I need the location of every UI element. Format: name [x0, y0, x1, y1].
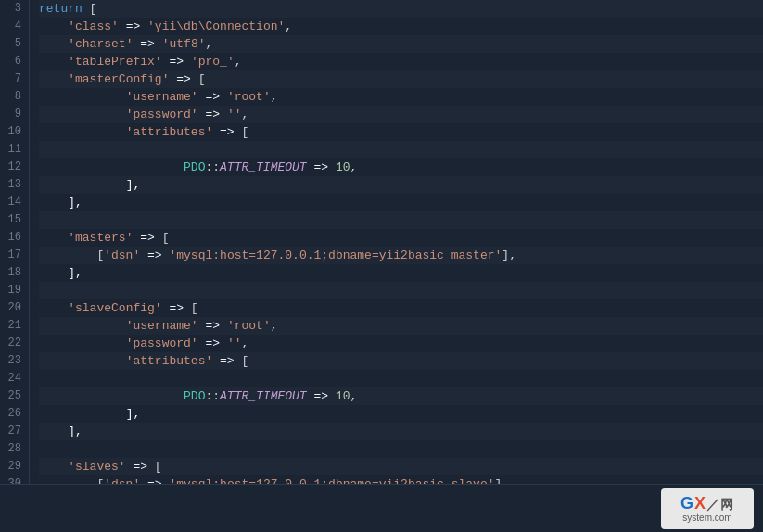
code-line: PDO::ATTR_TIMEOUT => 10, [39, 387, 763, 405]
token-kw-string: 'class' [68, 18, 119, 35]
logo-top: GX／网 [680, 495, 734, 512]
token-kw-plain: , [285, 18, 292, 35]
code-line: ], [39, 264, 763, 282]
token-kw-plain [140, 247, 147, 264]
code-line: 'slaves' => [ [39, 458, 763, 475]
token-kw-plain [39, 423, 68, 440]
token-kw-string: 'username' [126, 317, 198, 335]
token-kw-plain [39, 387, 184, 405]
token-kw-arrow: => [205, 106, 220, 123]
token-kw-plain [39, 123, 126, 141]
token-kw-plain: [ [191, 70, 206, 88]
token-kw-plain [198, 317, 206, 335]
token-kw-string: 'attributes' [126, 123, 213, 141]
line-number: 12 [7, 158, 21, 176]
token-kw-arrow: => [126, 18, 141, 35]
token-kw-arrow: => [205, 88, 220, 106]
line-number: 11 [7, 141, 21, 158]
token-kw-plain: , [350, 387, 358, 405]
token-kw-pdo: PDO [184, 158, 205, 176]
line-numbers: 3456789101112131415161718192021222324252… [0, 0, 30, 484]
token-kw-string: 'slaves' [68, 458, 125, 475]
line-number: 9 [7, 106, 21, 123]
code-line [39, 282, 763, 299]
line-number: 30 [7, 475, 21, 484]
code-line: 'username' => 'root', [39, 317, 763, 335]
token-kw-plain [39, 88, 126, 106]
token-kw-arrow: => [133, 458, 147, 475]
line-number: 29 [7, 458, 21, 475]
token-kw-plain [184, 53, 191, 70]
token-kw-string: 'yii\db\Connection' [147, 18, 285, 35]
token-kw-plain [39, 458, 68, 475]
code-line [39, 440, 763, 458]
token-kw-plain: , [350, 158, 358, 176]
token-kw-plain [162, 475, 170, 484]
token-kw-string: 'password' [126, 106, 198, 123]
token-kw-plain [140, 475, 147, 484]
token-kw-number: 10 [336, 158, 350, 176]
token-kw-plain [39, 18, 68, 35]
line-number: 19 [7, 282, 21, 299]
token-kw-plain: , [271, 317, 278, 335]
token-kw-plain: ], [495, 475, 510, 484]
token-kw-plain: [ [235, 352, 249, 370]
token-kw-pdo-const: ATTR_TIMEOUT [220, 387, 307, 405]
token-kw-plain [328, 387, 336, 405]
line-number: 20 [7, 299, 21, 317]
token-kw-bracket: ], [126, 176, 141, 194]
token-kw-arrow: => [169, 299, 184, 317]
token-kw-plain [162, 247, 170, 264]
token-kw-arrow: => [205, 317, 220, 335]
line-number: 14 [7, 194, 21, 211]
token-kw-plain: [ [184, 299, 198, 317]
token-kw-string: 'pro_' [191, 53, 235, 70]
logo-bottom: system.com [682, 513, 731, 523]
line-number: 6 [7, 53, 21, 70]
token-kw-plain [133, 35, 140, 53]
token-kw-string: 'mysql:host=127.0.0.1;dbname=yii2basic_s… [169, 475, 494, 484]
line-number: 7 [7, 70, 21, 88]
token-kw-string: 'username' [126, 88, 198, 106]
token-kw-string: 'root' [227, 317, 271, 335]
line-number: 18 [7, 264, 21, 282]
code-line: ], [39, 405, 763, 423]
line-number: 3 [7, 0, 21, 18]
line-number: 17 [7, 247, 21, 264]
token-kw-plain [169, 70, 176, 88]
token-kw-arrow: => [313, 158, 328, 176]
token-kw-bracket: ], [68, 423, 83, 440]
token-kw-plain [39, 317, 126, 335]
code-line: 'password' => '', [39, 335, 763, 352]
token-kw-plain [39, 405, 126, 423]
token-kw-return: return [39, 0, 83, 18]
token-kw-plain [212, 352, 220, 370]
token-kw-string: 'masters' [68, 229, 133, 247]
token-kw-plain: , [235, 53, 242, 70]
token-kw-plain [307, 387, 314, 405]
token-kw-plain [198, 335, 206, 352]
line-number: 22 [7, 335, 21, 352]
token-kw-plain [198, 106, 206, 123]
token-kw-plain [162, 299, 170, 317]
token-kw-string: 'dsn' [104, 475, 140, 484]
token-kw-plain: [ [147, 458, 162, 475]
token-kw-arrow: => [176, 70, 191, 88]
token-kw-plain: , [241, 335, 248, 352]
line-number: 8 [7, 88, 21, 106]
token-kw-plain [198, 88, 206, 106]
code-line: 'attributes' => [ [39, 123, 763, 141]
token-kw-arrow: => [220, 352, 235, 370]
token-kw-plain [162, 53, 170, 70]
token-kw-pdo-const: ATTR_TIMEOUT [220, 158, 307, 176]
token-kw-plain: [ [39, 475, 104, 484]
line-number: 16 [7, 229, 21, 247]
token-kw-arrow: => [220, 123, 235, 141]
logo-bar: GX／网 system.com [0, 484, 763, 532]
line-number: 28 [7, 440, 21, 458]
token-kw-plain: [ [235, 123, 249, 141]
token-kw-plain [39, 53, 68, 70]
token-kw-string: 'utf8' [162, 35, 206, 53]
code-line [39, 141, 763, 158]
code-line: return [ [39, 0, 763, 18]
